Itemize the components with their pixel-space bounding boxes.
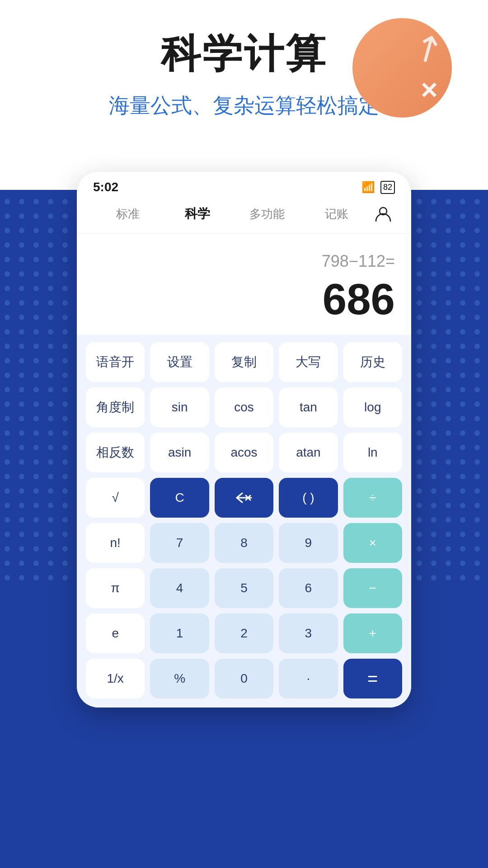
btn-euler[interactable]: e [86,613,145,653]
btn-equals[interactable]: = [343,659,402,698]
btn-decimal[interactable]: · [279,659,338,698]
btn-add[interactable]: + [343,613,402,653]
tab-bar: 标准 科学 多功能 记账 [77,198,411,234]
phone-mockup: 5:02 📶 82 标准 科学 多功能 记账 798−112= [77,172,411,708]
wifi-icon: 📶 [361,181,375,193]
btn-factorial[interactable]: n! [86,523,145,563]
arrow-icon: ↗ [404,22,451,74]
dot-pattern-right [398,194,488,583]
btn-7[interactable]: 7 [150,523,209,563]
btn-percent[interactable]: % [150,659,209,698]
btn-settings[interactable]: 设置 [150,342,209,382]
btn-1[interactable]: 1 [150,613,209,653]
btn-reciprocal[interactable]: 1/x [86,659,145,698]
btn-subtract[interactable]: − [343,568,402,608]
btn-degree[interactable]: 角度制 [86,387,145,427]
result: 686 [323,274,395,324]
btn-backspace[interactable] [215,478,273,518]
btn-multiply[interactable]: × [343,523,402,563]
btn-atan[interactable]: atan [279,433,338,472]
display-area: 798−112= 686 [77,234,411,335]
tab-standard[interactable]: 标准 [93,203,163,226]
btn-asin[interactable]: asin [150,433,209,472]
btn-3[interactable]: 3 [279,613,338,653]
btn-4[interactable]: 4 [150,568,209,608]
btn-divide[interactable]: ÷ [343,478,402,518]
status-bar: 5:02 📶 82 [77,172,411,198]
btn-copy[interactable]: 复制 [215,342,273,382]
hand-decoration: ↗ ✕ [352,18,470,136]
tab-accounting[interactable]: 记账 [302,203,371,226]
btn-acos[interactable]: acos [215,433,273,472]
btn-log[interactable]: log [343,387,402,427]
btn-9[interactable]: 9 [279,523,338,563]
btn-negate[interactable]: 相反数 [86,433,145,472]
battery-icon: 82 [380,181,395,194]
status-time: 5:02 [93,180,118,194]
btn-tan[interactable]: tan [279,387,338,427]
profile-button[interactable] [371,202,395,226]
tab-multifunction[interactable]: 多功能 [232,203,302,226]
btn-cos[interactable]: cos [215,387,273,427]
btn-sin[interactable]: sin [150,387,209,427]
svg-rect-3 [398,194,488,583]
btn-parenthesis[interactable]: ( ) [279,478,338,518]
btn-8[interactable]: 8 [215,523,273,563]
expression: 798−112= [322,252,395,271]
btn-uppercase[interactable]: 大写 [279,342,338,382]
btn-5[interactable]: 5 [215,568,273,608]
btn-ln[interactable]: ln [343,433,402,472]
btn-sqrt[interactable]: √ [86,478,145,518]
tab-science[interactable]: 科学 [163,202,232,226]
btn-pi[interactable]: π [86,568,145,608]
btn-history[interactable]: 历史 [343,342,402,382]
btn-0[interactable]: 0 [215,659,273,698]
btn-voice[interactable]: 语音开 [86,342,145,382]
buttons-grid: 语音开 设置 复制 大写 历史 角度制 sin cos tan log 相反数 … [77,335,411,708]
btn-6[interactable]: 6 [279,568,338,608]
btn-2[interactable]: 2 [215,613,273,653]
btn-clear[interactable]: C [150,478,209,518]
x-icon: ✕ [419,78,438,104]
status-icons: 📶 82 [361,181,395,194]
